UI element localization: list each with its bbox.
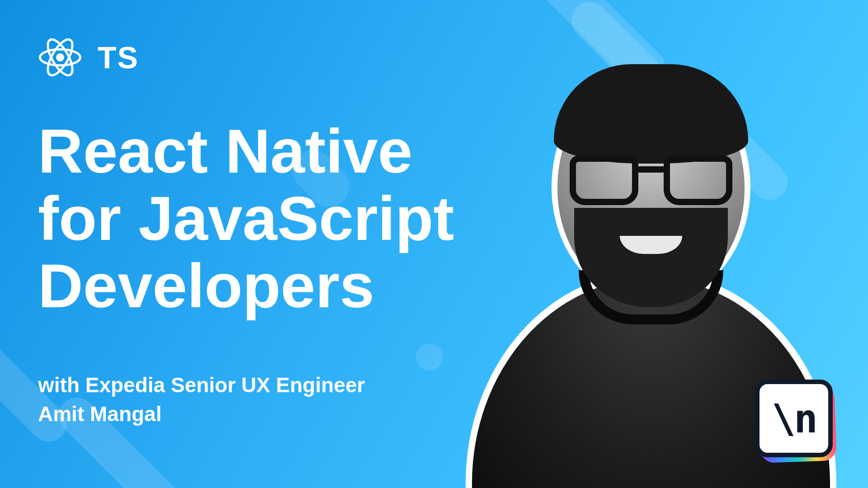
typescript-label: TS bbox=[98, 40, 139, 75]
svg-point-0 bbox=[56, 53, 64, 61]
tech-logos: TS bbox=[38, 35, 139, 80]
bg-shape bbox=[410, 338, 449, 376]
brand-badge: \n bbox=[755, 380, 836, 461]
course-hero-card: TS React Native for JavaScript Developer… bbox=[0, 0, 868, 488]
brand-front-card: \n bbox=[755, 380, 833, 457]
react-icon bbox=[38, 35, 82, 80]
brand-glyph: \n bbox=[772, 395, 816, 442]
course-title: React Native for JavaScript Developers bbox=[38, 117, 454, 319]
course-subtitle: with Expedia Senior UX Engineer Amit Man… bbox=[38, 371, 365, 429]
